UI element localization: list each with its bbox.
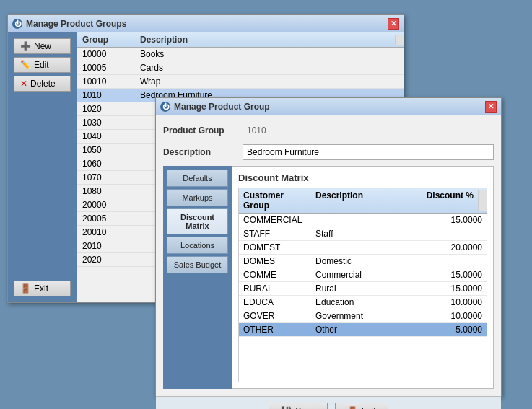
tab-markups[interactable]: Markups: [167, 189, 228, 206]
cg-cell: EDUCA: [239, 297, 311, 307]
save-label: Save: [295, 406, 315, 409]
main-table-header: Group Description: [77, 32, 404, 48]
desc-cell: Cards: [134, 63, 404, 73]
group-cell: 20010: [77, 227, 134, 237]
discount-table-body[interactable]: COMMERCIAL 15.0000 STAFF Staff DOMEST 20…: [239, 214, 487, 382]
description-header: Description: [311, 190, 413, 211]
cg-cell: COMMERCIAL: [239, 215, 311, 225]
detail-title-bar: ⏻ Manage Product Group ✕: [156, 98, 501, 115]
edit-label: Edit: [34, 60, 49, 70]
discount-row[interactable]: EDUCA Education 10.0000: [239, 296, 487, 309]
discount-table-header: Customer Group Description Discount %: [239, 188, 487, 214]
discount-row[interactable]: DOMES Domestic: [239, 255, 487, 268]
description-label: Description: [163, 147, 243, 157]
edit-icon: ✏️: [20, 60, 31, 70]
delete-icon: ✕: [20, 79, 27, 89]
description-column-header: Description: [134, 35, 395, 45]
new-icon: ➕: [20, 41, 31, 51]
save-button[interactable]: 💾 Save: [269, 403, 327, 409]
detail-close-button[interactable]: ✕: [485, 101, 497, 113]
cg-cell: STAFF: [239, 229, 311, 239]
discount-pct-header: Discount %: [413, 190, 478, 211]
group-column-header: Group: [77, 35, 134, 45]
cg-desc-cell: Rural: [311, 283, 422, 294]
new-button[interactable]: ➕ New: [14, 38, 71, 54]
detail-footer: 💾 Save 🚪 Exit: [156, 396, 501, 409]
main-window-title: Manage Product Groups: [26, 19, 126, 29]
discount-row[interactable]: GOVER Government 10.0000: [239, 309, 487, 323]
tab-locations[interactable]: Locations: [167, 237, 228, 254]
exit-button[interactable]: 🚪 Exit: [14, 281, 71, 296]
discount-table: Customer Group Description Discount % CO…: [238, 188, 487, 382]
detail-content-area: Product Group Description DefaultsMarkup…: [156, 115, 501, 396]
discount-matrix-title: Discount Matrix: [238, 172, 487, 183]
new-label: New: [34, 41, 51, 51]
cg-cell: COMME: [239, 270, 311, 280]
delete-label: Delete: [30, 79, 56, 89]
exit-label: Exit: [34, 283, 48, 294]
discount-cell: 15.0000: [422, 270, 487, 280]
customer-group-header: Customer Group: [239, 190, 311, 211]
cg-cell: DOMEST: [239, 242, 311, 252]
cg-cell: GOVER: [239, 311, 311, 321]
group-cell: 20000: [77, 200, 134, 210]
cg-desc-cell: Other: [311, 325, 422, 335]
desc-cell: Books: [134, 49, 404, 59]
table-row[interactable]: 10000 Books: [77, 48, 404, 61]
discount-row[interactable]: RURAL Rural 15.0000: [239, 282, 487, 296]
group-cell: 1060: [77, 159, 134, 169]
main-title-bar: ⏻ Manage Product Groups ✕: [8, 15, 404, 32]
tab-defaults[interactable]: Defaults: [167, 170, 228, 187]
edit-button[interactable]: ✏️ Edit: [14, 57, 71, 73]
header-scroll-spacer: [395, 35, 404, 45]
discount-row[interactable]: DOMEST 20.0000: [239, 241, 487, 255]
discount-cell: 10.0000: [422, 311, 487, 321]
discount-row[interactable]: COMMERCIAL 15.0000: [239, 214, 487, 227]
exit-icon: 🚪: [20, 283, 31, 294]
cg-desc-cell: [311, 215, 422, 225]
detail-window: ⏻ Manage Product Group ✕ Product Group D…: [155, 97, 502, 397]
main-close-button[interactable]: ✕: [388, 18, 399, 30]
table-row[interactable]: 10010 Wrap: [77, 75, 404, 89]
group-cell: 10000: [77, 49, 134, 59]
cg-cell: DOMES: [239, 256, 311, 266]
discount-cell: 20.0000: [422, 242, 487, 252]
discount-row[interactable]: STAFF Staff: [239, 227, 487, 241]
detail-window-icon: ⏻: [160, 102, 170, 112]
delete-button[interactable]: ✕ Delete: [14, 76, 71, 92]
group-cell: 2020: [77, 255, 134, 265]
discount-matrix-content: Discount Matrix Customer Group Descripti…: [232, 166, 494, 389]
discount-cell: [422, 256, 487, 266]
cg-desc-cell: [311, 242, 422, 252]
group-cell: 20005: [77, 214, 134, 224]
desc-cell: Wrap: [134, 76, 404, 87]
discount-cell: [422, 229, 487, 239]
discount-cell: 15.0000: [422, 283, 487, 294]
discount-row[interactable]: OTHER Other 5.0000: [239, 323, 487, 337]
cg-desc-cell: Domestic: [311, 256, 422, 266]
discount-cell: 5.0000: [422, 325, 487, 335]
discount-cell: 15.0000: [422, 215, 487, 225]
group-cell: 1010: [77, 90, 134, 100]
group-cell: 1040: [77, 131, 134, 141]
product-group-input[interactable]: [243, 123, 300, 138]
main-window-icon: ⏻: [12, 19, 22, 29]
group-cell: 2010: [77, 241, 134, 251]
table-row[interactable]: 10005 Cards: [77, 61, 404, 75]
cg-cell: OTHER: [239, 325, 311, 335]
group-cell: 10005: [77, 63, 134, 73]
cg-desc-cell: Commercial: [311, 270, 422, 280]
main-left-panel: ➕ New ✏️ Edit ✕ Delete 🚪 Exit: [8, 32, 77, 302]
dt-header-scroll-spacer: [478, 190, 487, 211]
discount-cell: 10.0000: [422, 297, 487, 307]
save-icon: 💾: [281, 406, 292, 409]
cg-cell: RURAL: [239, 283, 311, 294]
description-row: Description: [163, 144, 494, 160]
tab-discount-matrix[interactable]: Discount Matrix: [167, 208, 228, 234]
tab-sales-budget[interactable]: Sales Budget: [167, 256, 228, 273]
detail-window-title: Manage Product Group: [174, 102, 270, 112]
description-input[interactable]: [243, 144, 494, 160]
discount-row[interactable]: COMME Commercial 15.0000: [239, 268, 487, 282]
detail-exit-label: Exit: [362, 406, 376, 409]
detail-exit-button[interactable]: 🚪 Exit: [335, 403, 388, 409]
